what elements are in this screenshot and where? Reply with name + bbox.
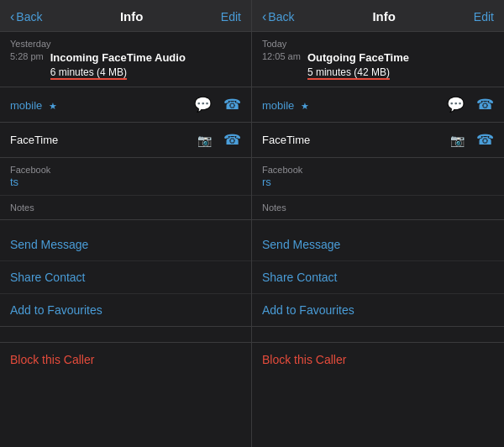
action-buttons: Send Message Share Contact Add to Favour… xyxy=(252,229,504,327)
facebook-row: Facebook ts xyxy=(0,158,251,196)
facetime-label: FaceTime xyxy=(262,134,310,146)
block-caller-button[interactable]: Block this Caller xyxy=(10,353,94,366)
call-info-section: Today 12:05 am Outgoing FaceTime 5 minut… xyxy=(252,32,504,87)
spacer-2 xyxy=(252,327,504,335)
nav-title: Info xyxy=(120,9,144,24)
video-icon[interactable]: 📷 xyxy=(450,134,465,147)
action-button-0[interactable]: Send Message xyxy=(252,229,504,261)
mobile-label: mobile xyxy=(262,99,294,112)
facetime-row: FaceTime 📷 ☎ xyxy=(252,123,504,158)
back-chevron-icon: ‹ xyxy=(262,9,266,24)
call-time: 5:28 pm xyxy=(10,51,44,61)
panel-right: ‹ Back Info Edit Today 12:05 am Outgoing… xyxy=(252,0,504,447)
mobile-row: mobile ★ 💬 ☎ xyxy=(0,87,251,123)
facetime-actions: 📷 ☎ xyxy=(450,131,494,149)
back-label: Back xyxy=(16,10,42,24)
back-chevron-icon: ‹ xyxy=(10,9,14,24)
action-buttons: Send Message Share Contact Add to Favour… xyxy=(0,229,251,327)
mobile-label: mobile xyxy=(10,99,42,112)
block-section: Block this Caller xyxy=(252,342,504,376)
facebook-label: Facebook xyxy=(10,165,241,175)
call-date: Today xyxy=(262,39,494,49)
contact-actions: 💬 ☎ xyxy=(194,96,241,113)
call-type: Incoming FaceTime Audio xyxy=(50,51,186,64)
back-button[interactable]: ‹ Back xyxy=(10,9,42,24)
notes-label: Notes xyxy=(262,202,494,213)
message-icon[interactable]: 💬 xyxy=(194,96,212,113)
mobile-row: mobile ★ 💬 ☎ xyxy=(252,87,504,123)
facetime-phone-icon[interactable]: ☎ xyxy=(476,131,494,149)
facetime-phone-icon[interactable]: ☎ xyxy=(223,131,241,149)
call-date: Yesterday xyxy=(10,39,241,49)
notes-section: Notes xyxy=(0,196,251,220)
block-section: Block this Caller xyxy=(0,342,251,376)
call-duration: 6 minutes (4 MB) xyxy=(50,66,127,80)
star-icon: ★ xyxy=(49,101,57,111)
notes-label: Notes xyxy=(10,202,241,213)
panel-left: ‹ Back Info Edit Yesterday 5:28 pm Incom… xyxy=(0,0,252,447)
back-label: Back xyxy=(268,10,294,24)
facetime-label: FaceTime xyxy=(10,134,58,146)
edit-button[interactable]: Edit xyxy=(221,10,241,24)
nav-title: Info xyxy=(372,9,396,24)
action-button-2[interactable]: Add to Favourites xyxy=(252,294,504,326)
action-button-1[interactable]: Share Contact xyxy=(0,261,251,294)
action-button-1[interactable]: Share Contact xyxy=(252,261,504,294)
facebook-row: Facebook rs xyxy=(252,158,504,196)
facetime-actions: 📷 ☎ xyxy=(197,131,241,149)
message-icon[interactable]: 💬 xyxy=(447,96,465,113)
action-button-2[interactable]: Add to Favourites xyxy=(0,294,251,326)
video-icon[interactable]: 📷 xyxy=(197,134,212,147)
spacer-2 xyxy=(0,327,251,335)
facebook-label: Facebook xyxy=(262,165,494,175)
notes-section: Notes xyxy=(252,196,504,220)
spacer xyxy=(0,220,251,229)
edit-button[interactable]: Edit xyxy=(474,10,494,24)
spacer xyxy=(252,220,504,229)
back-button[interactable]: ‹ Back xyxy=(262,9,294,24)
block-caller-button[interactable]: Block this Caller xyxy=(262,353,346,366)
call-type: Outgoing FaceTime xyxy=(307,51,409,64)
facebook-value: ts xyxy=(10,176,241,188)
call-time: 12:05 am xyxy=(262,51,301,61)
nav-bar: ‹ Back Info Edit xyxy=(0,0,251,32)
phone-icon[interactable]: ☎ xyxy=(223,96,241,113)
facebook-value: rs xyxy=(262,176,494,188)
star-icon: ★ xyxy=(301,101,309,111)
facetime-row: FaceTime 📷 ☎ xyxy=(0,123,251,158)
phone-icon[interactable]: ☎ xyxy=(476,96,494,113)
call-duration: 5 minutes (42 MB) xyxy=(307,66,390,80)
nav-bar: ‹ Back Info Edit xyxy=(252,0,504,32)
call-info-section: Yesterday 5:28 pm Incoming FaceTime Audi… xyxy=(0,32,251,87)
action-button-0[interactable]: Send Message xyxy=(0,229,251,261)
contact-actions: 💬 ☎ xyxy=(447,96,494,113)
